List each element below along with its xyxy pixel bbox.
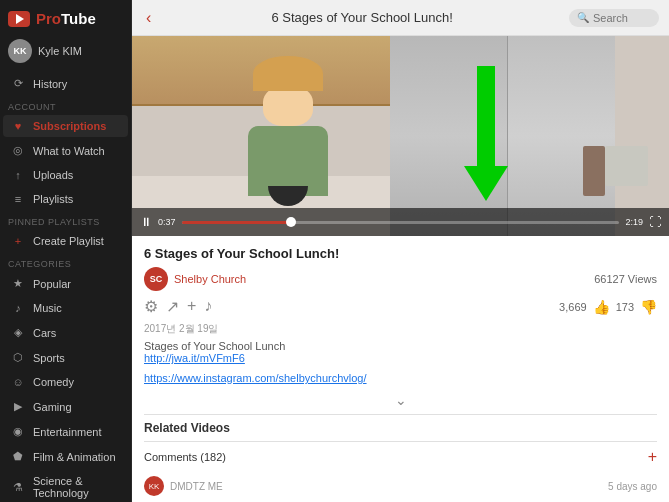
comment-avatar: KK bbox=[144, 476, 164, 496]
subscriptions-icon: ♥ bbox=[11, 120, 25, 132]
sidebar-item-cars[interactable]: ◈ Cars bbox=[3, 321, 128, 344]
settings-icon[interactable]: ⚙ bbox=[144, 297, 158, 316]
sidebar-item-sports[interactable]: ⬡ Sports bbox=[3, 346, 128, 369]
search-icon: 🔍 bbox=[577, 12, 589, 23]
search-input[interactable] bbox=[593, 12, 653, 24]
avatar: KK bbox=[8, 39, 32, 63]
add-comment-button[interactable]: + bbox=[648, 448, 657, 466]
comments-label: Comments (182) bbox=[144, 451, 226, 463]
sidebar-item-label: Entertainment bbox=[33, 426, 101, 438]
action-icons: ⚙ ↗ + ♪ bbox=[144, 297, 212, 316]
video-link[interactable]: http://jwa.it/mVFmF6 bbox=[144, 352, 657, 364]
hair bbox=[253, 56, 323, 91]
add-icon: + bbox=[11, 235, 25, 247]
video-desc: Stages of Your School Lunch http://jwa.i… bbox=[144, 340, 657, 364]
watch-icon: ◎ bbox=[11, 144, 25, 157]
face bbox=[263, 86, 313, 126]
time-current: 0:37 bbox=[158, 217, 176, 227]
channel-avatar[interactable]: SC bbox=[144, 267, 168, 291]
logo-pro: Pro bbox=[36, 10, 61, 27]
like-button[interactable]: 👍 bbox=[593, 299, 610, 315]
add-playlist-icon[interactable]: + bbox=[187, 297, 196, 316]
comment-time: 5 days ago bbox=[608, 481, 657, 492]
sidebar-item-uploads[interactable]: ↑ Uploads bbox=[3, 164, 128, 186]
sidebar-item-music[interactable]: ♪ Music bbox=[3, 297, 128, 319]
sidebar-item-label: Popular bbox=[33, 278, 71, 290]
sidebar-item-label: Uploads bbox=[33, 169, 73, 181]
action-row: ⚙ ↗ + ♪ 3,669 👍 173 👎 bbox=[144, 297, 657, 316]
video-title: 6 Stages of Your School Lunch! bbox=[144, 246, 657, 261]
back-button[interactable]: ‹ bbox=[142, 7, 155, 29]
science-icon: ⚗ bbox=[11, 481, 25, 494]
channel-initials: SC bbox=[150, 274, 163, 284]
sidebar-item-film-animation[interactable]: ⬟ Film & Animation bbox=[3, 445, 128, 468]
profile-area[interactable]: KK Kyle KIM bbox=[0, 35, 131, 71]
sidebar-item-playlists[interactable]: ≡ Playlists bbox=[3, 188, 128, 210]
sidebar-item-comedy[interactable]: ☺ Comedy bbox=[3, 371, 128, 393]
topbar: ‹ 6 Stages of Your School Lunch! 🔍 bbox=[132, 0, 669, 36]
arrow-head bbox=[464, 166, 508, 201]
divider bbox=[144, 414, 657, 415]
dislike-button[interactable]: 👎 bbox=[640, 299, 657, 315]
uploads-icon: ↑ bbox=[11, 169, 25, 181]
hashtag-link[interactable]: https://www.instagram.com/shelbychurchvl… bbox=[144, 372, 367, 384]
logo-text: ProTube bbox=[36, 10, 96, 27]
bowl bbox=[268, 186, 308, 206]
sidebar-item-create-playlist[interactable]: + Create Playlist bbox=[3, 230, 128, 252]
sidebar-item-label: Playlists bbox=[33, 193, 73, 205]
sidebar-item-label: Film & Animation bbox=[33, 451, 116, 463]
fridge-right bbox=[508, 36, 615, 236]
share-icon[interactable]: ↗ bbox=[166, 297, 179, 316]
logo-tube: Tube bbox=[61, 10, 96, 27]
sidebar-item-label: Cars bbox=[33, 327, 56, 339]
play-icon bbox=[16, 14, 24, 24]
avatar-initials: KK bbox=[14, 46, 27, 56]
person-figure bbox=[186, 56, 390, 232]
playlists-icon: ≡ bbox=[11, 193, 25, 205]
account-header: Account bbox=[0, 96, 131, 114]
progress-fill bbox=[182, 221, 291, 224]
sidebar-item-popular[interactable]: ★ Popular bbox=[3, 272, 128, 295]
related-videos-header: Related Videos bbox=[144, 421, 657, 435]
history-icon: ⟳ bbox=[11, 77, 25, 90]
sidebar-item-what-to-watch[interactable]: ◎ What to Watch bbox=[3, 139, 128, 162]
views-count: 66127 Views bbox=[594, 273, 657, 285]
expand-button[interactable]: ⌄ bbox=[144, 392, 657, 408]
video-controls: ⏸ 0:37 2:19 ⛶ bbox=[132, 208, 669, 236]
sports-icon: ⬡ bbox=[11, 351, 25, 364]
logo-icon bbox=[8, 11, 30, 27]
comment-placeholder[interactable]: DMDTZ ME bbox=[170, 481, 223, 492]
progress-thumb[interactable] bbox=[286, 217, 296, 227]
music-icon: ♪ bbox=[11, 302, 25, 314]
pause-button[interactable]: ⏸ bbox=[140, 215, 152, 229]
sidebar-item-subscriptions[interactable]: ♥ Subscriptions bbox=[3, 115, 128, 137]
search-box[interactable]: 🔍 bbox=[569, 9, 659, 27]
sidebar-item-science-tech[interactable]: ⚗ Science & Technology bbox=[3, 470, 128, 502]
green-arrow bbox=[464, 66, 508, 201]
sidebar-item-entertainment[interactable]: ◉ Entertainment bbox=[3, 420, 128, 443]
chevron-down-icon[interactable]: ⌄ bbox=[395, 392, 407, 408]
channel-name[interactable]: Shelby Church bbox=[174, 273, 246, 285]
sidebar-item-history[interactable]: ⟳ History bbox=[3, 72, 128, 95]
video-info: 6 Stages of Your School Lunch! SC Shelby… bbox=[132, 236, 669, 502]
sidebar: ProTube KK Kyle KIM ⟳ History Account ♥ … bbox=[0, 0, 132, 502]
logo-area: ProTube bbox=[0, 0, 131, 35]
time-total: 2:19 bbox=[625, 217, 643, 227]
video-date: 2017년 2월 19일 bbox=[144, 322, 657, 336]
profile-name: Kyle KIM bbox=[38, 45, 82, 57]
progress-bar[interactable] bbox=[182, 221, 620, 224]
arrow-shaft bbox=[477, 66, 495, 166]
video-thumbnail bbox=[132, 36, 669, 236]
comments-row: Comments (182) + bbox=[144, 441, 657, 472]
topbar-title: 6 Stages of Your School Lunch! bbox=[163, 10, 561, 25]
comment-user-initials: KK bbox=[149, 482, 160, 491]
channel-row: SC Shelby Church 66127 Views bbox=[144, 267, 657, 291]
video-description-text: Stages of Your School Lunch bbox=[144, 340, 285, 352]
fullscreen-button[interactable]: ⛶ bbox=[649, 215, 661, 229]
sidebar-item-label: Gaming bbox=[33, 401, 72, 413]
entertainment-icon: ◉ bbox=[11, 425, 25, 438]
sidebar-item-gaming[interactable]: ▶ Gaming bbox=[3, 395, 128, 418]
video-player[interactable]: ⏸ 0:37 2:19 ⛶ bbox=[132, 36, 669, 236]
main-content: ‹ 6 Stages of Your School Lunch! 🔍 bbox=[132, 0, 669, 502]
music-note-icon[interactable]: ♪ bbox=[204, 297, 212, 316]
